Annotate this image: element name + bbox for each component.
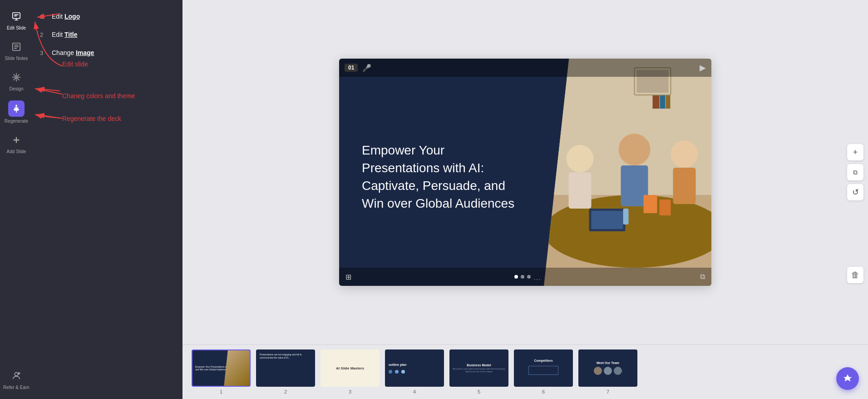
slide-left-panel: Empower Your Presentations with AI: Capt…	[339, 59, 544, 286]
play-icon[interactable]: ▶	[700, 63, 706, 73]
thumb-num-4: 4	[413, 389, 416, 394]
thumbnail-2[interactable]: Presentations are not engaging and fail …	[256, 349, 315, 394]
annotation-item-1[interactable]: 1 Edit Logo	[40, 13, 175, 20]
thumb-img-5: Business Model We provide a subscription…	[449, 349, 508, 387]
thumbnail-6[interactable]: Competitors 6	[514, 349, 573, 394]
annotation-underline-1: Logo	[64, 13, 80, 20]
svg-rect-25	[623, 209, 629, 224]
fab-button[interactable]	[836, 367, 859, 390]
svg-point-15	[567, 145, 594, 172]
red-arrows-svg	[33, 0, 182, 399]
annotation-label-3: Change Image	[52, 49, 94, 56]
annotation-num-2: 2	[40, 31, 47, 38]
thumbnail-4[interactable]: outline plan 4	[385, 349, 444, 394]
annotation-num-3: 3	[40, 50, 47, 56]
slide-wrapper: 01 🎤 ▶ Empower Your Presentations with A…	[339, 59, 711, 286]
svg-rect-23	[644, 195, 657, 213]
thumb-img-7: Meet Our Team	[578, 349, 637, 387]
thumb-num-3: 3	[349, 389, 351, 394]
copy-slide-icon[interactable]: ⧉	[700, 273, 705, 281]
microphone-icon[interactable]: 🎤	[362, 64, 371, 72]
slide-content: Empower Your Presentations with AI: Capt…	[339, 59, 711, 286]
annotation-item-3[interactable]: 3 Change Image	[40, 49, 175, 56]
sidebar: Edit Slide Slide Notes Design Re	[0, 0, 33, 399]
svg-line-9	[37, 115, 60, 118]
slide-dot-4[interactable]: ⋯	[533, 275, 537, 279]
thumb-num-5: 5	[478, 389, 480, 394]
annotation-underline-2: Title	[64, 31, 78, 38]
sidebar-item-regenerate[interactable]: Regenerate	[0, 96, 33, 128]
slide-image-svg	[544, 59, 711, 286]
annotation-prefix-2: Edit	[52, 31, 64, 38]
annotation-panel: 1 Edit Logo 2 Edit Title 3 Change Image	[33, 0, 182, 399]
thumbnail-3[interactable]: AI Slide Masters 3	[321, 349, 380, 394]
thumb-img-1: Empower Your Presentations with AI: Capt…	[192, 349, 251, 387]
undo-button[interactable]: ↺	[847, 184, 863, 200]
thumb-img-4: outline plan	[385, 349, 444, 387]
annotation-prefix-3: Change	[52, 49, 76, 56]
svg-rect-16	[569, 172, 592, 209]
red-annotation-regenerate: Regenerate the deck	[62, 114, 121, 124]
thumb-num-2: 2	[284, 389, 287, 394]
annotation-label-1: Edit Logo	[52, 13, 80, 20]
grid-icon[interactable]: ⊞	[345, 273, 351, 281]
regenerate-icon	[8, 100, 25, 117]
right-tools: + ⧉ ↺	[847, 144, 863, 200]
refer-icon: $	[9, 369, 24, 383]
slide-dots: ⋯	[514, 275, 537, 279]
thumb-img-2: Presentations are not engaging and fail …	[256, 349, 315, 387]
svg-point-19	[671, 140, 698, 168]
thumb-img-6: Competitors	[514, 349, 573, 387]
sidebar-item-refer-earn[interactable]: $ Refer & Earn	[0, 364, 33, 394]
add-slide-icon	[9, 133, 24, 147]
svg-point-3	[16, 77, 17, 78]
red-annotation-edit: Edit slide	[62, 59, 88, 69]
copy-button[interactable]: ⧉	[847, 164, 863, 180]
edit-slide-icon	[9, 9, 24, 24]
annotation-underline-3: Image	[76, 49, 94, 56]
svg-line-8	[37, 89, 60, 91]
thumbnail-1[interactable]: Empower Your Presentations with AI: Capt…	[192, 349, 251, 394]
red-label-colors: Chaneg colors and theme	[62, 91, 135, 101]
thumbnail-5[interactable]: Business Model We provide a subscription…	[449, 349, 508, 394]
svg-rect-20	[673, 168, 696, 204]
add-element-button[interactable]: +	[847, 144, 863, 160]
slide-right-image	[544, 59, 711, 286]
slide-title: Empower Your Presentations with AI: Capt…	[362, 141, 526, 213]
red-annotation-colors: Chaneg colors and theme	[62, 91, 135, 101]
slide-bottom-bar: ⊞ ⋯ ⧉	[339, 268, 711, 286]
annotation-num-1: 1	[40, 13, 47, 20]
sidebar-bottom: $ Refer & Earn	[0, 364, 33, 394]
sidebar-item-add-slide[interactable]: Add Slide	[0, 128, 33, 159]
red-label-regenerate: Regenerate the deck	[62, 114, 121, 124]
design-label: Design	[9, 86, 23, 91]
sidebar-item-slide-notes[interactable]: Slide Notes	[0, 35, 33, 65]
annotation-item-2[interactable]: 2 Edit Title	[40, 31, 175, 38]
slide-editor: 01 🎤 ▶ Empower Your Presentations with A…	[182, 0, 868, 344]
refer-earn-label: Refer & Earn	[3, 385, 30, 390]
red-label-edit: Edit slide	[62, 59, 88, 69]
slide-dot-2[interactable]	[521, 275, 524, 279]
slide-top-bar: 01 🎤 ▶	[339, 59, 711, 77]
annotation-arrows	[33, 0, 182, 399]
delete-slide-button[interactable]: 🗑	[847, 267, 863, 283]
slide-notes-label: Slide Notes	[5, 56, 28, 61]
thumbnail-7[interactable]: Meet Our Team 7	[578, 349, 637, 394]
sidebar-item-design[interactable]: Design	[0, 65, 33, 96]
slide-dot-3[interactable]	[527, 275, 531, 279]
slide-number: 01	[345, 64, 358, 72]
main-content: 01 🎤 ▶ Empower Your Presentations with A…	[182, 0, 868, 399]
design-icon	[9, 70, 24, 85]
slide-bottom-left: ⊞	[345, 273, 351, 281]
slide-dot-1[interactable]	[514, 275, 518, 279]
sidebar-item-edit-slide[interactable]: Edit Slide	[0, 5, 33, 35]
thumb-num-7: 7	[607, 389, 609, 394]
svg-point-17	[619, 134, 651, 165]
svg-point-4	[15, 373, 18, 376]
thumb-img-3: AI Slide Masters	[321, 349, 380, 387]
annotation-prefix-1: Edit	[52, 13, 64, 20]
annotation-label-2: Edit Title	[52, 31, 78, 38]
thumbnails-bar: Empower Your Presentations with AI: Capt…	[182, 344, 868, 399]
regenerate-label: Regenerate	[5, 119, 28, 124]
svg-rect-24	[660, 200, 671, 215]
